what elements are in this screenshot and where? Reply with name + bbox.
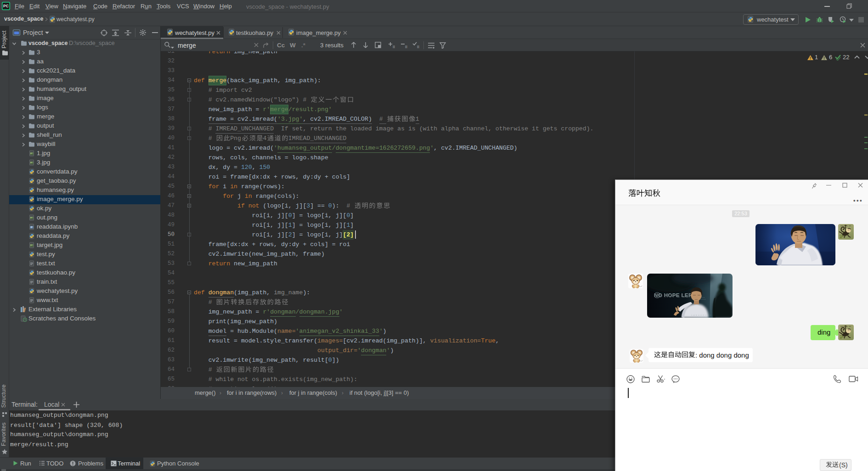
svg-text:II: II — [393, 45, 395, 49]
svg-text:D A N G E R O U S: D A N G E R O U S — [691, 314, 711, 316]
svg-text:NO HOPE LEFT: NO HOPE LEFT — [654, 293, 696, 298]
svg-text:IP: IP — [30, 226, 32, 229]
svg-text:II: II — [417, 45, 419, 49]
svg-text:II: II — [405, 45, 407, 49]
